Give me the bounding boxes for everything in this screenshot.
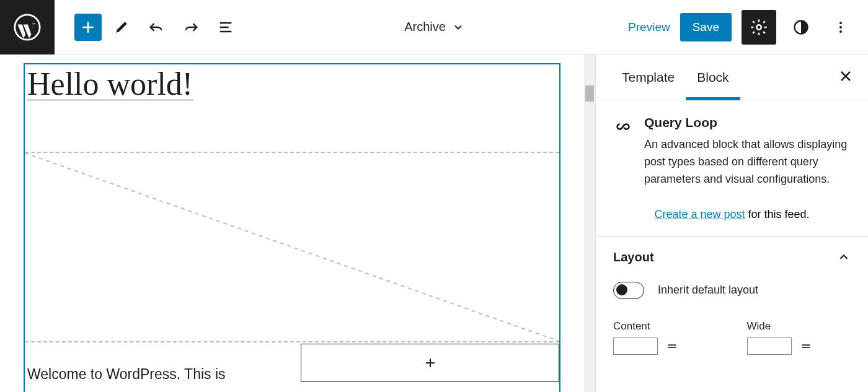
featured-image-placeholder[interactable] (25, 152, 559, 342)
inherit-layout-row: Inherit default layout (613, 282, 851, 299)
svg-point-4 (839, 26, 842, 28)
block-name: Query Loop (644, 115, 851, 130)
wide-width-input[interactable] (747, 338, 792, 355)
document-title: Archive (404, 20, 446, 34)
toolbar-left (55, 12, 241, 42)
feed-link-row: Create a new post for this feed. (613, 208, 851, 221)
inherit-layout-label: Inherit default layout (658, 284, 758, 297)
inserter-toggle-button[interactable] (74, 14, 102, 41)
wide-width-control: Wide (747, 320, 851, 355)
svg-point-3 (839, 22, 842, 24)
svg-point-5 (839, 30, 842, 33)
dots-vertical-icon (833, 20, 848, 35)
canvas-area: Hello world! Welcome to WordPress. This … (0, 54, 584, 392)
undo-button[interactable] (141, 12, 171, 42)
settings-toggle-button[interactable] (742, 10, 776, 45)
unit-icon[interactable] (665, 339, 679, 353)
sidebar-tabs: Template Block (596, 54, 868, 100)
redo-button[interactable] (176, 12, 206, 42)
unit-icon[interactable] (799, 339, 813, 353)
feed-suffix: for this feed. (745, 208, 810, 220)
chevron-up-icon (837, 250, 851, 264)
list-view-button[interactable] (211, 12, 241, 42)
create-post-link[interactable]: Create a new post (654, 208, 745, 220)
svg-point-1 (756, 25, 761, 30)
toggle-knob (616, 284, 627, 295)
document-title-area[interactable]: Archive (241, 20, 628, 34)
post-title-block[interactable]: Hello world! (25, 64, 559, 103)
block-info-panel: Query Loop An advanced block that allows… (596, 100, 868, 237)
styles-button[interactable] (786, 12, 816, 42)
wordpress-logo[interactable] (0, 0, 55, 54)
preview-button[interactable]: Preview (628, 20, 670, 34)
wordpress-icon (14, 14, 41, 41)
layout-header[interactable]: Layout (613, 250, 851, 264)
editor-header: Archive Preview Save (0, 0, 868, 54)
layout-title: Layout (613, 250, 654, 264)
canvas-scrollbar[interactable] (584, 54, 595, 392)
plus-icon (423, 355, 438, 370)
block-appender-button[interactable] (301, 344, 559, 382)
contrast-icon (792, 19, 810, 36)
inherit-layout-toggle[interactable] (613, 282, 644, 299)
content-width-input[interactable] (613, 338, 658, 355)
query-loop-icon (613, 115, 633, 140)
list-view-icon (217, 19, 234, 36)
placeholder-diagonal-icon (25, 153, 559, 341)
tab-template[interactable]: Template (611, 54, 686, 100)
settings-sidebar: Template Block Query Loop An advanced bl… (595, 54, 868, 392)
save-button[interactable]: Save (680, 13, 732, 41)
redo-icon (182, 19, 200, 36)
main-area: Hello world! Welcome to WordPress. This … (0, 54, 868, 392)
undo-icon (148, 19, 165, 36)
scrollbar-thumb[interactable] (585, 85, 594, 102)
block-header: Query Loop An advanced block that allows… (613, 115, 851, 188)
post-excerpt-block[interactable]: Welcome to WordPress. This is (25, 342, 301, 383)
below-image-row: Welcome to WordPress. This is (25, 342, 559, 383)
block-info-text: Query Loop An advanced block that allows… (644, 115, 851, 188)
close-sidebar-button[interactable] (838, 69, 853, 86)
content-width-label: Content (613, 320, 717, 333)
close-icon (838, 69, 853, 84)
pencil-icon (113, 19, 130, 35)
content-width-control: Content (613, 320, 717, 355)
query-loop-block-selected[interactable]: Hello world! Welcome to WordPress. This … (24, 63, 560, 392)
plus-icon (80, 19, 96, 35)
chevron-down-icon (452, 21, 464, 33)
edit-tool-button[interactable] (107, 12, 136, 42)
layout-panel: Layout Inherit default layout Content (596, 237, 868, 355)
toolbar-right: Preview Save (628, 10, 868, 45)
width-controls-row: Content Wide (613, 320, 851, 355)
wide-width-label: Wide (747, 320, 851, 333)
more-menu-button[interactable] (826, 12, 856, 42)
block-description: An advanced block that allows displaying… (644, 136, 851, 188)
tab-block[interactable]: Block (686, 54, 740, 100)
svg-line-6 (25, 153, 559, 341)
gear-icon (750, 18, 768, 37)
